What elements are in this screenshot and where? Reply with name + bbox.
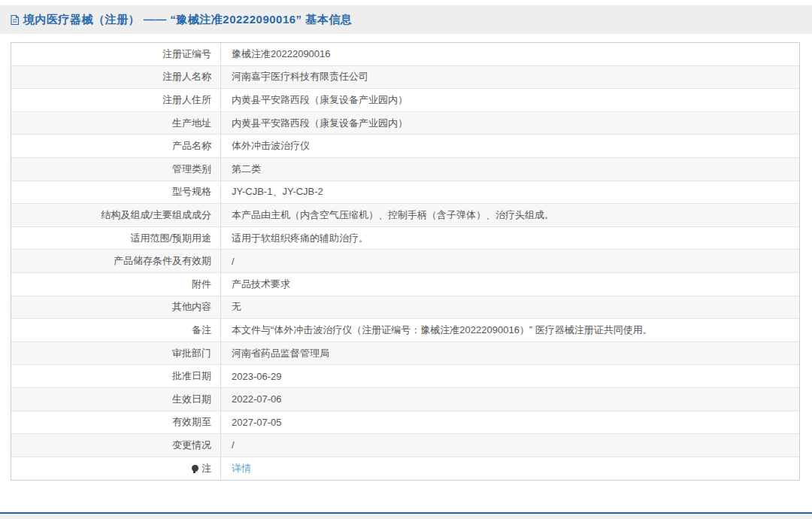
table-row: 注册证编号 豫械注准20222090016 <box>11 43 799 66</box>
row-label: 注册证编号 <box>11 43 221 65</box>
row-label-text: 注册人住所 <box>162 93 211 107</box>
table-row: 型号规格 JY-CJB-1、JY-CJB-2 <box>11 181 799 205</box>
row-label-text: 注册证编号 <box>162 47 211 61</box>
row-label: 管理类别 <box>11 158 221 181</box>
row-value: 无 <box>221 296 799 319</box>
row-value: 体外冲击波治疗仪 <box>221 135 799 157</box>
row-value: 豫械注准20222090016 <box>221 43 799 65</box>
row-label: 变更情况 <box>11 434 221 457</box>
row-label: 结构及组成/主要组成成分 <box>11 204 221 226</box>
row-label-text: 适用范围/预期用途 <box>130 232 211 245</box>
table-row: 结构及组成/主要组成成分 本产品由主机（内含空气压缩机）、控制手柄（含子弹体）、… <box>11 204 799 227</box>
row-value: 适用于软组织疼痛的辅助治疗。 <box>221 227 799 250</box>
row-label: 型号规格 <box>11 181 221 204</box>
row-value: 2022-07-06 <box>221 388 799 411</box>
row-label-text: 批准日期 <box>172 369 211 383</box>
row-label: 注册人名称 <box>11 66 221 89</box>
row-label: 生产地址 <box>11 112 221 135</box>
row-label: 审批部门 <box>11 342 221 365</box>
table-row: 注册人住所 内黄县平安路西段（康复设备产业园内） <box>11 89 799 112</box>
table-row: 附件 产品技术要求 <box>11 273 799 296</box>
row-value: 2023-06-29 <box>221 365 799 387</box>
row-label-text: 注册人名称 <box>162 70 211 83</box>
row-label: 批准日期 <box>11 365 221 387</box>
table-row: 注 详情 <box>11 457 799 481</box>
row-label-text: 产品储存条件及有效期 <box>114 254 211 268</box>
table-row: 其他内容 无 <box>11 296 799 320</box>
row-value: 河南省药品监督管理局 <box>221 342 799 365</box>
table-row: 审批部门 河南省药品监督管理局 <box>11 342 799 366</box>
row-value: / <box>221 250 799 272</box>
table-row: 备注 本文件与“体外冲击波治疗仪（注册证编号：豫械注准20222090016）”… <box>11 319 799 342</box>
table-row: 适用范围/预期用途 适用于软组织疼痛的辅助治疗。 <box>11 227 799 250</box>
row-value: 内黄县平安路西段（康复设备产业园内） <box>221 112 799 135</box>
table-row: 批准日期 2023-06-29 <box>11 365 799 388</box>
table-row: 产品名称 体外冲击波治疗仪 <box>11 135 799 158</box>
page-title: 境内医疗器械（注册） —— “豫械注准20222090016” 基本信息 <box>10 13 352 27</box>
row-label: 备注 <box>11 319 221 341</box>
row-label: 注 <box>11 457 221 481</box>
row-label: 生效日期 <box>11 388 221 411</box>
row-label: 附件 <box>11 273 221 296</box>
row-value: 详情 <box>221 457 799 481</box>
row-value: 本产品由主机（内含空气压缩机）、控制手柄（含子弹体）、治疗头组成。 <box>221 204 799 226</box>
row-value: 2027-07-05 <box>221 411 799 434</box>
row-label-text: 管理类别 <box>172 162 211 176</box>
row-label-text: 型号规格 <box>172 185 211 199</box>
footer-strip <box>0 514 812 519</box>
table-row: 注册人名称 河南嘉宇医疗科技有限责任公司 <box>11 66 799 90</box>
table-row: 有效期至 2027-07-05 <box>11 411 799 435</box>
detail-link[interactable]: 详情 <box>232 462 251 475</box>
row-value: 河南嘉宇医疗科技有限责任公司 <box>221 66 799 89</box>
row-value: 本文件与“体外冲击波治疗仪（注册证编号：豫械注准20222090016）” 医疗… <box>221 319 799 341</box>
row-value: 第二类 <box>221 158 799 181</box>
row-label-text: 其他内容 <box>172 300 211 314</box>
row-label: 有效期至 <box>11 411 221 434</box>
row-label-text: 注 <box>201 462 211 475</box>
header-bar: 境内医疗器械（注册） —— “豫械注准20222090016” 基本信息 <box>0 5 812 34</box>
bulb-icon <box>192 465 198 472</box>
row-label: 产品储存条件及有效期 <box>11 250 221 272</box>
info-table: 注册证编号 豫械注准20222090016 注册人名称 河南嘉宇医疗科技有限责任… <box>11 42 800 481</box>
row-label: 其他内容 <box>11 296 221 319</box>
row-label-text: 变更情况 <box>172 439 211 452</box>
table-row: 变更情况 / <box>11 434 799 457</box>
table-row: 生产地址 内黄县平安路西段（康复设备产业园内） <box>11 112 799 135</box>
row-label-text: 审批部门 <box>172 347 211 360</box>
table-row: 管理类别 第二类 <box>11 158 799 181</box>
row-label-text: 生效日期 <box>172 393 211 406</box>
row-label-text: 有效期至 <box>172 415 211 429</box>
page-title-text: 境内医疗器械（注册） —— “豫械注准20222090016” 基本信息 <box>23 13 352 27</box>
row-label: 产品名称 <box>11 135 221 157</box>
row-label-text: 附件 <box>192 278 211 291</box>
row-value: 产品技术要求 <box>221 273 799 296</box>
table-row: 产品储存条件及有效期 / <box>11 250 799 273</box>
row-label-text: 结构及组成/主要组成成分 <box>101 208 211 222</box>
row-value: / <box>221 434 799 457</box>
document-icon <box>10 14 20 26</box>
table-row: 生效日期 2022-07-06 <box>11 388 799 411</box>
row-label-text: 生产地址 <box>172 117 211 130</box>
row-value: JY-CJB-1、JY-CJB-2 <box>221 181 799 204</box>
row-label: 适用范围/预期用途 <box>11 227 221 250</box>
row-label-text: 产品名称 <box>172 139 211 153</box>
row-value: 内黄县平安路西段（康复设备产业园内） <box>221 89 799 111</box>
row-label-text: 备注 <box>192 323 211 337</box>
row-label: 注册人住所 <box>11 89 221 111</box>
